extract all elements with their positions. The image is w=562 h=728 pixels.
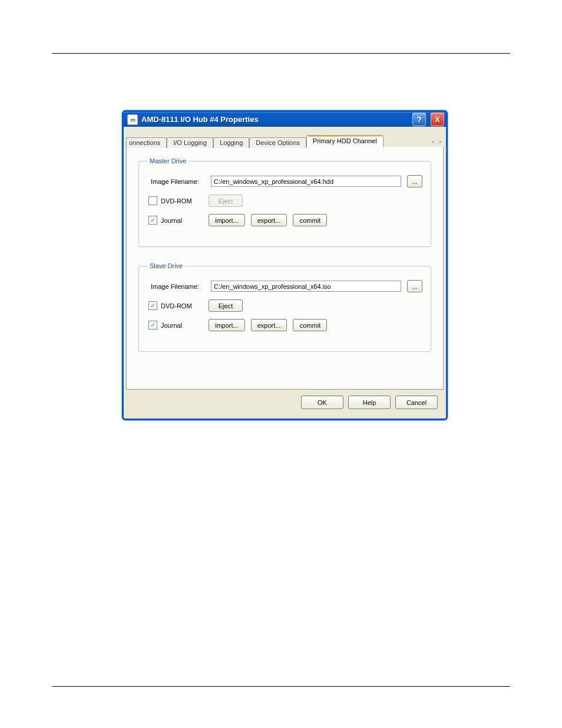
- tab-scroll: ‹ ›: [429, 136, 444, 147]
- import-master-button[interactable]: import...: [209, 214, 245, 226]
- row-slave-dvdrom: ✓ DVD-ROM Eject: [147, 299, 422, 312]
- checkbox-slave-journal[interactable]: ✓: [148, 321, 157, 330]
- label-master-image-filename: Image Filename:: [147, 178, 205, 185]
- row-master-dvdrom: ✓ DVD-ROM Eject: [147, 195, 422, 207]
- row-slave-journal: ✓ Journal import... export... commit: [147, 319, 422, 331]
- label-slave-dvdrom: DVD-ROM: [161, 302, 192, 309]
- label-slave-journal: Journal: [161, 322, 182, 329]
- browse-slave-image-button[interactable]: ...: [407, 280, 422, 292]
- tab-io-logging[interactable]: I/O Logging: [167, 137, 213, 148]
- checkbox-slave-dvdrom[interactable]: ✓: [148, 301, 157, 310]
- label-master-journal: Journal: [161, 217, 182, 224]
- eject-slave-button[interactable]: Eject: [209, 299, 243, 312]
- tab-strip: onnections I/O Logging Logging Device Op…: [124, 127, 446, 147]
- export-slave-button[interactable]: export...: [251, 319, 287, 331]
- legend-slave-drive: Slave Drive: [147, 262, 185, 269]
- ok-button[interactable]: OK: [301, 396, 343, 409]
- titlebar-help-button[interactable]: ?: [412, 113, 426, 126]
- tab-logging[interactable]: Logging: [213, 137, 249, 148]
- tab-panel-primary-hdd: Master Drive Image Filename: ... ✓ DVD-R…: [126, 147, 444, 390]
- tab-scroll-right-icon[interactable]: ›: [437, 136, 444, 147]
- input-slave-image-filename[interactable]: [211, 281, 401, 292]
- page-rule-bottom: [52, 686, 510, 687]
- row-master-image: Image Filename: ...: [147, 175, 422, 187]
- legend-master-drive: Master Drive: [147, 157, 189, 164]
- eject-master-button: Eject: [209, 195, 243, 207]
- group-slave-drive: Slave Drive Image Filename: ... ✓ DVD-RO…: [138, 262, 431, 352]
- label-master-dvdrom: DVD-ROM: [161, 197, 192, 205]
- commit-slave-button[interactable]: commit: [293, 319, 327, 331]
- tab-connections[interactable]: onnections: [126, 137, 167, 148]
- app-icon: ▭: [127, 114, 138, 125]
- properties-dialog: ▭ AMD-8111 I/O Hub #4 Properties ? X onn…: [122, 110, 448, 420]
- page-rule-top: [52, 53, 510, 54]
- export-master-button[interactable]: export...: [251, 214, 287, 226]
- titlebar-close-button[interactable]: X: [431, 113, 444, 126]
- help-button[interactable]: Help: [348, 396, 391, 409]
- label-slave-image-filename: Image Filename:: [147, 283, 205, 290]
- dialog-footer: OK Help Cancel: [124, 390, 446, 409]
- checkbox-master-journal[interactable]: ✓: [148, 216, 157, 225]
- tab-primary-hdd-channel[interactable]: Primary HDD Channel: [306, 135, 384, 147]
- row-master-journal: ✓ Journal import... export... commit: [147, 214, 422, 226]
- tab-device-options[interactable]: Device Options: [249, 137, 306, 148]
- cancel-button[interactable]: Cancel: [395, 396, 438, 409]
- titlebar: ▭ AMD-8111 I/O Hub #4 Properties ? X: [124, 112, 446, 127]
- group-master-drive: Master Drive Image Filename: ... ✓ DVD-R…: [138, 157, 431, 247]
- import-slave-button[interactable]: import...: [209, 319, 245, 331]
- tab-scroll-left-icon[interactable]: ‹: [429, 136, 437, 147]
- commit-master-button[interactable]: commit: [293, 214, 327, 226]
- input-master-image-filename[interactable]: [211, 176, 401, 187]
- browse-master-image-button[interactable]: ...: [407, 175, 422, 187]
- checkbox-master-dvdrom[interactable]: ✓: [148, 196, 157, 205]
- window-title: AMD-8111 I/O Hub #4 Properties: [141, 115, 259, 124]
- row-slave-image: Image Filename: ...: [147, 280, 422, 292]
